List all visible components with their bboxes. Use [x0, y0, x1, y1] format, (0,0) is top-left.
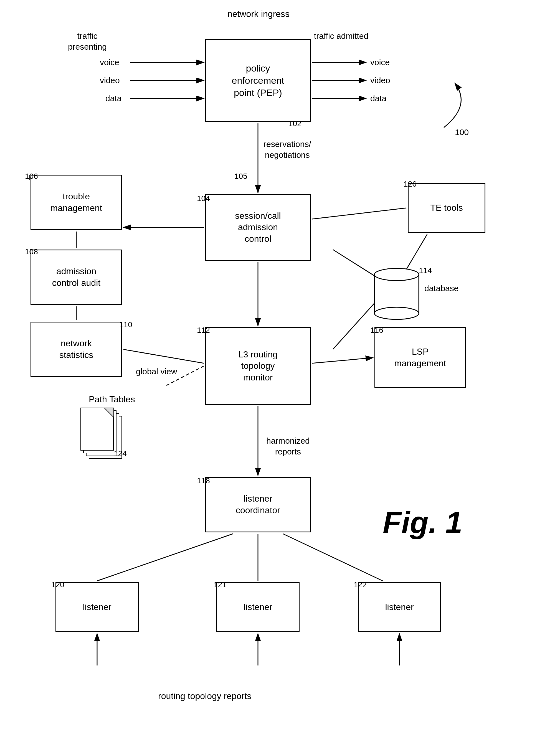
admission-audit-label: admission control audit — [52, 266, 100, 288]
session-call-ref: 104 — [197, 194, 210, 203]
svg-marker-31 — [104, 408, 114, 417]
svg-line-16 — [312, 358, 373, 363]
pep-ref: 102 — [289, 119, 302, 128]
network-ingress-label: network ingress — [227, 8, 289, 20]
admission-audit-ref: 108 — [25, 247, 38, 256]
ref106-bracket — [30, 175, 32, 180]
l3-routing-box: L3 routing topology monitor — [205, 327, 311, 405]
network-stats-ref: 110 — [119, 320, 132, 329]
database-label: database — [424, 283, 458, 294]
network-stats-box: network statistics — [31, 322, 122, 377]
listener2-box: listener — [216, 582, 300, 632]
trouble-mgmt-box: trouble management — [31, 175, 122, 230]
listener3-ref: 122 — [354, 580, 367, 589]
listener-coord-box: listener coordinator — [205, 477, 311, 532]
video-out-label: video — [370, 75, 390, 86]
l3-routing-label: L3 routing topology monitor — [238, 349, 277, 383]
l3-routing-ref: 112 — [197, 326, 210, 335]
harmonized-reports-label: harmonized reports — [266, 435, 310, 457]
te-tools-box: TE tools — [408, 183, 486, 233]
svg-line-20 — [312, 208, 406, 219]
listener1-ref: 120 — [51, 580, 64, 589]
listener2-ref: 121 — [214, 580, 226, 589]
global-view-label: global view — [136, 366, 177, 377]
lsp-mgmt-ref: 116 — [370, 326, 383, 335]
path-tables-label: Path Tables — [89, 394, 135, 405]
svg-point-29 — [374, 268, 419, 281]
listener1-label: listener — [83, 601, 111, 613]
routing-topology-label: routing topology reports — [158, 690, 251, 702]
traffic-admitted-label: traffic admitted — [313, 31, 369, 41]
te-tools-label: TE tools — [430, 202, 463, 214]
page-corner — [81, 408, 114, 450]
listener1-box: listener — [55, 582, 139, 632]
admission-audit-box: admission control audit — [31, 250, 122, 305]
path-tables-stack — [81, 408, 136, 463]
reservations-label: reservations/ negotiations — [263, 139, 311, 160]
svg-line-21 — [97, 534, 233, 581]
session-call-box: session/call admission control — [205, 194, 311, 261]
ref-105: 105 — [235, 172, 247, 181]
lsp-mgmt-box: LSP management — [374, 327, 466, 388]
trouble-mgmt-label: trouble management — [50, 191, 102, 214]
voice-out-label: voice — [370, 57, 390, 68]
listener3-box: listener — [358, 582, 441, 632]
fig-label: Fig. 1 — [383, 505, 462, 540]
diagram: network ingress policy enforcement point… — [0, 0, 560, 742]
voice-in-label: voice — [100, 57, 119, 68]
pep-box: policy enforcement point (PEP) — [205, 39, 311, 122]
listener2-label: listener — [244, 601, 272, 613]
data-in-label: data — [105, 93, 121, 104]
database-ref: 114 — [419, 266, 432, 275]
pep-label: policy enforcement point (PEP) — [232, 62, 284, 99]
listener3-label: listener — [385, 601, 414, 613]
te-tools-ref: 126 — [404, 180, 417, 189]
ref-100: 100 — [455, 127, 469, 137]
path-tables-ref: 124 — [114, 449, 127, 458]
svg-point-30 — [374, 307, 419, 319]
svg-line-15 — [123, 350, 204, 363]
listener-coord-label: listener coordinator — [236, 493, 280, 516]
lsp-mgmt-label: LSP management — [394, 346, 446, 369]
session-call-label: session/call admission control — [235, 210, 281, 245]
data-out-label: data — [370, 93, 387, 104]
listener-coord-ref: 118 — [197, 476, 210, 485]
database-cylinder — [372, 266, 422, 322]
traffic-presenting-label: traffic presenting — [55, 31, 119, 52]
svg-line-23 — [283, 534, 383, 581]
video-in-label: video — [100, 75, 120, 86]
network-stats-label: network statistics — [59, 338, 94, 361]
